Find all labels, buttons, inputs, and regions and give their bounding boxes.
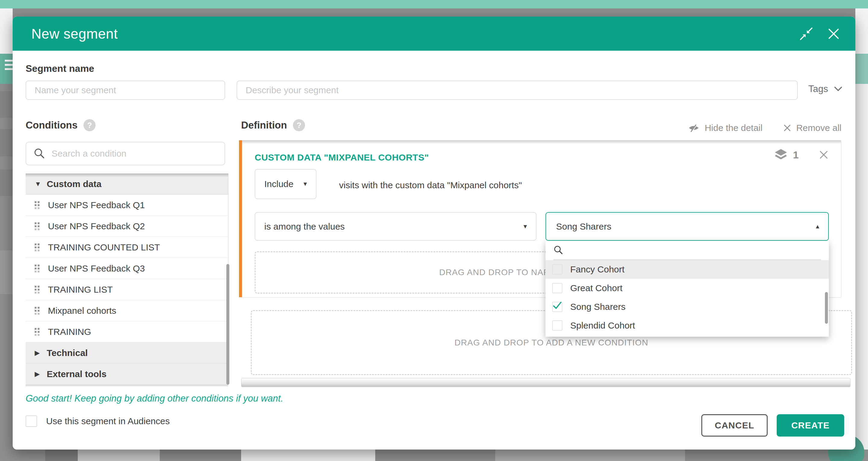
drag-handle-icon <box>35 328 39 336</box>
values-selected: Song Sharers <box>556 222 611 232</box>
hide-detail-button[interactable]: Hide the detail <box>688 123 763 133</box>
remove-all-label: Remove all <box>796 123 841 133</box>
check-icon <box>552 300 562 311</box>
values-select[interactable]: Song Sharers ▲ <box>546 212 829 241</box>
operator-value: is among the values <box>264 222 345 232</box>
condition-item[interactable]: User NPS Feedback Q1 <box>26 195 228 216</box>
add-condition-hint: DRAG AND DROP TO ADD A NEW CONDITION <box>455 338 648 348</box>
condition-item[interactable]: Mixpanel cohorts <box>26 300 228 321</box>
option-splendid-cohort[interactable]: Splendid Cohort <box>546 316 829 335</box>
conditions-list: ▼ Custom data User NPS Feedback Q1 User … <box>26 173 228 385</box>
include-value: Include <box>264 179 293 189</box>
help-icon[interactable]: ? <box>84 119 96 131</box>
background-left-content <box>0 84 13 461</box>
checkbox-unchecked[interactable] <box>552 283 562 293</box>
modal-header: New segment <box>13 17 855 51</box>
remove-condition-icon[interactable] <box>818 150 829 160</box>
caret-right-icon: ▶ <box>35 370 47 378</box>
hide-detail-label: Hide the detail <box>705 123 763 133</box>
condition-item-label: Mixpanel cohorts <box>48 306 116 316</box>
condition-item-label: TRAINING <box>48 327 91 337</box>
drag-handle-icon <box>35 222 39 230</box>
caret-down-icon: ▼ <box>302 181 308 188</box>
segment-name-label: Segment name <box>26 63 94 74</box>
tags-label: Tags <box>808 84 828 94</box>
checkbox-unchecked[interactable] <box>552 320 562 331</box>
audiences-checkbox[interactable] <box>26 415 37 427</box>
remove-all-x-icon <box>783 124 792 132</box>
layer-count: 1 <box>793 149 799 161</box>
include-select[interactable]: Include ▼ <box>255 169 316 199</box>
caret-down-icon: ▼ <box>35 180 47 188</box>
values-search[interactable] <box>553 241 821 260</box>
modal-title: New segment <box>31 26 118 42</box>
definition-title-text: Definition <box>241 119 287 131</box>
drag-handle-icon <box>35 265 39 272</box>
condition-description: visits with the custom data "Mixpanel co… <box>339 180 522 191</box>
condition-item[interactable]: TRAINING COUNTED LIST <box>26 237 228 258</box>
condition-search-input[interactable] <box>51 148 224 159</box>
chevron-down-icon <box>834 86 842 92</box>
option-song-sharers[interactable]: Song Sharers <box>546 297 829 316</box>
segment-name-input[interactable] <box>26 81 225 100</box>
close-icon[interactable] <box>828 28 840 40</box>
condition-item[interactable]: TRAINING LIST <box>26 279 228 300</box>
condition-group-technical[interactable]: ▶ Technical <box>26 342 228 364</box>
cancel-button[interactable]: CANCEL <box>701 414 768 437</box>
drag-handle-icon <box>35 243 39 251</box>
background-left-header <box>0 8 13 54</box>
background-top-bar <box>0 0 868 8</box>
create-button[interactable]: CREATE <box>777 414 844 437</box>
condition-item-label: User NPS Feedback Q1 <box>48 200 145 210</box>
condition-item-label: TRAINING LIST <box>48 285 113 295</box>
conditions-section-title: Conditions ? <box>26 119 96 131</box>
checkbox-checked[interactable] <box>552 302 562 312</box>
condition-item[interactable]: User NPS Feedback Q3 <box>26 258 228 279</box>
drag-handle-icon <box>35 286 39 293</box>
condition-item-label: User NPS Feedback Q2 <box>48 221 145 231</box>
condition-item[interactable]: User NPS Feedback Q2 <box>26 216 228 237</box>
condition-item-label: TRAINING COUNTED LIST <box>48 242 160 253</box>
hamburger-icon <box>5 64 13 66</box>
drag-handle-icon <box>35 201 39 209</box>
condition-item[interactable]: TRAINING <box>26 321 228 342</box>
audiences-label: Use this segment in Audiences <box>46 416 170 426</box>
hamburger-icon <box>5 68 13 70</box>
option-great-cohort[interactable]: Great Cohort <box>546 279 829 297</box>
operator-select[interactable]: is among the values ▼ <box>255 212 536 241</box>
group-label: Custom data <box>47 179 101 189</box>
search-icon <box>33 147 45 160</box>
caret-right-icon: ▶ <box>35 349 47 357</box>
segment-description-input[interactable] <box>237 81 798 100</box>
background-right-content <box>855 84 868 461</box>
conditions-title-text: Conditions <box>26 119 78 131</box>
background-bottom-content <box>0 450 868 461</box>
encouragement-hint: Good start! Keep going by adding other c… <box>26 393 283 404</box>
conditions-scrollbar[interactable] <box>226 264 229 385</box>
collapse-icon[interactable] <box>799 27 813 41</box>
layers-icon <box>774 148 788 162</box>
group-label: Technical <box>47 348 88 358</box>
option-label: Song Sharers <box>570 302 625 312</box>
tags-dropdown[interactable]: Tags <box>808 84 842 94</box>
background-left-nav <box>0 54 13 84</box>
definition-section-title: Definition ? <box>241 119 305 131</box>
condition-group-custom-data[interactable]: ▼ Custom data <box>26 173 228 195</box>
condition-card-title: CUSTOM DATA "MIXPANEL COHORTS" <box>255 152 429 163</box>
option-fancy-cohort[interactable]: Fancy Cohort <box>546 260 829 279</box>
option-label: Splendid Cohort <box>570 320 635 331</box>
remove-all-button[interactable]: Remove all <box>783 123 841 133</box>
eye-slash-icon <box>688 123 700 133</box>
new-segment-modal: New segment Segment n <box>13 17 855 450</box>
condition-item-label: User NPS Feedback Q3 <box>48 263 145 273</box>
group-label: External tools <box>47 369 106 379</box>
condition-group-external-tools[interactable]: ▶ External tools <box>26 364 228 385</box>
checkbox-unchecked[interactable] <box>552 264 562 275</box>
definition-horizontal-scrollbar[interactable] <box>241 378 850 387</box>
option-label: Great Cohort <box>570 283 622 293</box>
caret-down-icon: ▼ <box>522 223 528 230</box>
values-scrollbar[interactable] <box>825 292 828 324</box>
drag-handle-icon <box>35 307 39 315</box>
help-icon[interactable]: ? <box>293 119 305 131</box>
background-right-header <box>855 8 868 54</box>
